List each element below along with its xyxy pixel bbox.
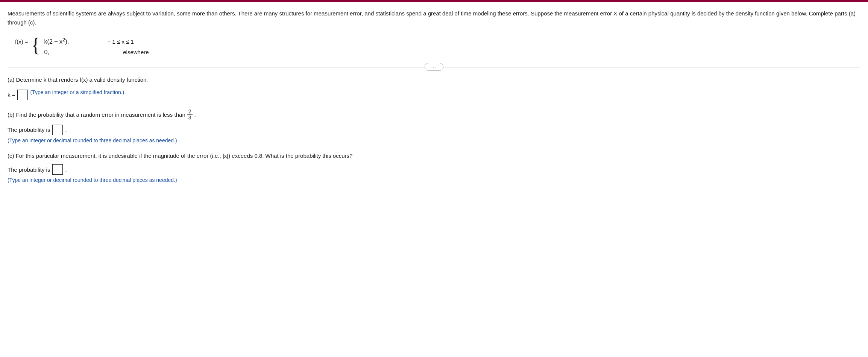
part-a-input-row: k = (Type an integer or a simplified fra… bbox=[8, 88, 860, 101]
case2-formula: 0, bbox=[44, 49, 97, 56]
case2-condition: elsewhere bbox=[108, 49, 149, 55]
part-c-prob-prefix: The probability is bbox=[8, 166, 50, 173]
part-c-period: . bbox=[65, 166, 67, 173]
part-b-label: (b) Find the probability that a random e… bbox=[8, 109, 860, 121]
intro-text: Measurements of scientific systems are a… bbox=[8, 9, 860, 27]
main-content: Measurements of scientific systems are a… bbox=[0, 2, 868, 198]
piecewise-cases: k(2 − x2), − 1 ≤ x ≤ 1 0, elsewhere bbox=[44, 35, 149, 56]
part-b-answer-box[interactable] bbox=[52, 125, 63, 135]
part-c-hint: (Type an integer or decimal rounded to t… bbox=[8, 177, 860, 183]
part-a-label: (a) Determine k that renders f(x) a vali… bbox=[8, 75, 860, 85]
part-c-answer-box[interactable] bbox=[52, 164, 63, 175]
case1-condition: − 1 ≤ x ≤ 1 bbox=[108, 38, 134, 45]
part-c-probability-row: The probability is . bbox=[8, 164, 860, 175]
part-c-label: (c) For this particular measurement, it … bbox=[8, 151, 860, 161]
case-2-row: 0, elsewhere bbox=[44, 49, 149, 56]
left-brace: { bbox=[31, 35, 41, 55]
part-a-section: (a) Determine k that renders f(x) a vali… bbox=[8, 75, 860, 101]
divider-dots[interactable]: ··· bbox=[425, 63, 443, 71]
part-b-prefix: (b) Find the probability that a random e… bbox=[8, 109, 185, 121]
case-1-row: k(2 − x2), − 1 ≤ x ≤ 1 bbox=[44, 37, 149, 45]
part-c-section: (c) For this particular measurement, it … bbox=[8, 151, 860, 183]
fraction-numerator: 2 bbox=[187, 109, 193, 115]
k-equals-label: k = bbox=[8, 92, 15, 98]
part-b-hint: (Type an integer or decimal rounded to t… bbox=[8, 137, 860, 143]
part-a-hint: (Type an integer or a simplified fractio… bbox=[30, 89, 124, 95]
part-b-fraction: 2 3 bbox=[187, 109, 193, 121]
fx-label: f(x) = bbox=[15, 35, 28, 45]
divider-container: ··· bbox=[8, 67, 860, 67]
part-b-suffix: . bbox=[194, 109, 196, 121]
part-b-section: (b) Find the probability that a random e… bbox=[8, 109, 860, 143]
fraction-denominator: 3 bbox=[187, 115, 193, 121]
part-b-period: . bbox=[65, 127, 67, 133]
k-answer-box[interactable] bbox=[17, 90, 28, 100]
case1-formula: k(2 − x2), bbox=[44, 37, 97, 45]
part-b-prob-prefix: The probability is bbox=[8, 127, 50, 133]
part-b-probability-row: The probability is . bbox=[8, 125, 860, 135]
piecewise-function: f(x) = { k(2 − x2), − 1 ≤ x ≤ 1 0, elsew… bbox=[15, 35, 860, 56]
